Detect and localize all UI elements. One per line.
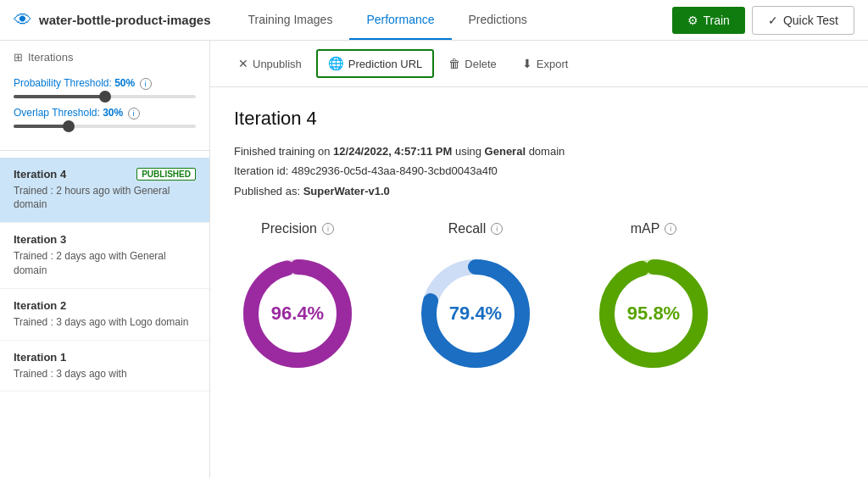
iteration-1-name: Iteration 1 (14, 351, 66, 364)
map-donut: 95.8% (590, 250, 717, 377)
prediction-url-button[interactable]: 🌐 Prediction URL (316, 49, 434, 78)
iteration-item-4[interactable]: Iteration 4 PUBLISHED Trained : 2 hours … (0, 158, 209, 224)
unpublish-button[interactable]: ✕ Unpublish (227, 51, 313, 76)
nav-performance[interactable]: Performance (349, 1, 451, 40)
precision-info-icon[interactable]: i (322, 223, 334, 235)
threshold-section: Probability Threshold: 50% i Overlap Thr… (0, 70, 209, 143)
meta-line-3: Published as: SuperWater-v1.0 (234, 181, 844, 201)
trash-icon: 🗑 (448, 57, 460, 70)
delete-button[interactable]: 🗑 Delete (437, 51, 508, 76)
iteration-4-header: Iteration 4 PUBLISHED (14, 168, 196, 181)
nav-training-images[interactable]: Training Images (231, 1, 350, 40)
overlap-slider-thumb[interactable] (63, 120, 75, 132)
iteration-3-header: Iteration 3 (14, 233, 196, 246)
iteration-4-name: Iteration 4 (14, 168, 66, 181)
iteration-3-desc: Trained : 2 days ago with General domain (14, 249, 196, 278)
recall-label: Recall i (448, 221, 503, 236)
meta-line-1: Finished training on 12/24/2022, 4:57:11… (234, 142, 844, 161)
iteration-meta: Finished training on 12/24/2022, 4:57:11… (234, 142, 844, 201)
metrics-row: Precision i 96.4% Recall (234, 221, 844, 377)
globe-icon: 🌐 (328, 56, 344, 71)
map-metric: mAP i 95.8% (590, 221, 717, 377)
probability-slider-thumb[interactable] (99, 91, 111, 103)
probability-threshold-value: 50% (114, 77, 135, 89)
probability-info-icon[interactable]: i (140, 78, 152, 90)
app-title: water-bottle-product-images (39, 13, 211, 27)
overlap-threshold-row: Overlap Threshold: 30% i (14, 107, 196, 128)
precision-donut: 96.4% (234, 250, 361, 377)
nav-predictions[interactable]: Predictions (452, 1, 544, 40)
probability-slider-fill (14, 95, 105, 98)
iteration-item-3[interactable]: Iteration 3 Trained : 2 days ago with Ge… (0, 223, 209, 289)
content-area: ✕ Unpublish 🌐 Prediction URL 🗑 Delete ⬇ … (210, 41, 868, 478)
export-button[interactable]: ⬇ Export (511, 51, 580, 76)
map-label: mAP i (631, 221, 677, 236)
overlap-threshold-value: 30% (103, 107, 123, 119)
header-actions: ⚙ Train ✓ Quick Test (672, 6, 855, 35)
iteration-1-header: Iteration 1 (14, 351, 196, 364)
overlap-info-icon[interactable]: i (128, 108, 140, 119)
iteration-item-2[interactable]: Iteration 2 Trained : 3 days ago with Lo… (0, 289, 209, 341)
recall-value: 79.4% (449, 303, 502, 325)
main-nav: Training Images Performance Predictions (231, 1, 672, 39)
iteration-2-desc: Trained : 3 days ago with Logo domain (14, 315, 196, 330)
precision-value: 96.4% (271, 303, 324, 325)
precision-label: Precision i (261, 221, 334, 236)
overlap-threshold-label: Overlap Threshold: 30% i (14, 107, 196, 119)
header: 👁 water-bottle-product-images Training I… (0, 0, 868, 41)
iteration-2-name: Iteration 2 (14, 299, 66, 312)
download-icon: ⬇ (522, 57, 532, 70)
toolbar: ✕ Unpublish 🌐 Prediction URL 🗑 Delete ⬇ … (210, 41, 868, 87)
gear-icon: ⚙ (687, 14, 698, 27)
sidebar-divider (0, 150, 209, 151)
checkmark-icon: ✓ (768, 14, 778, 27)
iteration-item-1[interactable]: Iteration 1 Trained : 3 days ago with (0, 341, 209, 392)
recall-info-icon[interactable]: i (491, 223, 503, 235)
overlap-slider-track (14, 125, 196, 128)
precision-metric: Precision i 96.4% (234, 221, 361, 377)
probability-slider-track (14, 95, 196, 98)
sidebar: ⊞ Iterations Probability Threshold: 50% … (0, 41, 210, 478)
app-logo: 👁 water-bottle-product-images (14, 9, 211, 31)
overlap-slider-fill (14, 125, 69, 128)
map-info-icon[interactable]: i (665, 223, 676, 235)
iteration-4-desc: Trained : 2 hours ago with General domai… (14, 184, 196, 213)
recall-donut: 79.4% (412, 250, 539, 377)
quick-test-button[interactable]: ✓ Quick Test (752, 6, 854, 35)
iteration-heading: Iteration 4 (234, 108, 844, 130)
meta-line-2: Iteration id: 489c2936-0c5d-43aa-8490-3c… (234, 161, 844, 181)
probability-threshold-row: Probability Threshold: 50% i (14, 77, 196, 98)
layers-icon: ⊞ (14, 51, 23, 64)
iteration-3-name: Iteration 3 (14, 233, 66, 246)
main-content: ⊞ Iterations Probability Threshold: 50% … (0, 41, 868, 478)
eye-icon: 👁 (14, 9, 32, 31)
sidebar-title: ⊞ Iterations (0, 41, 209, 70)
recall-metric: Recall i 79.4% (412, 221, 539, 377)
probability-threshold-label: Probability Threshold: 50% i (14, 77, 196, 90)
iteration-1-desc: Trained : 3 days ago with (14, 367, 196, 381)
iteration-2-header: Iteration 2 (14, 299, 196, 312)
x-icon: ✕ (238, 57, 248, 70)
train-button[interactable]: ⚙ Train (672, 7, 745, 34)
iteration-details: Iteration 4 Finished training on 12/24/2… (210, 87, 868, 397)
published-badge: PUBLISHED (136, 168, 196, 181)
map-value: 95.8% (627, 303, 680, 325)
